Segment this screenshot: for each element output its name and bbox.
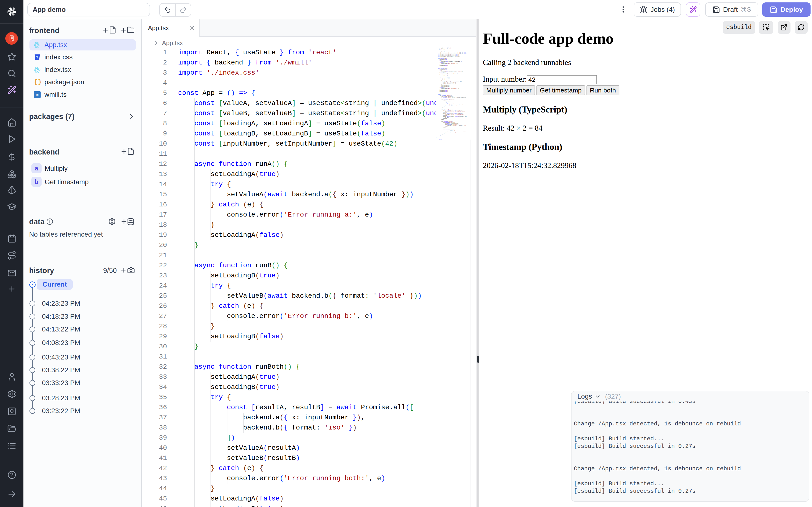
svg-text:3: 3 <box>36 55 38 59</box>
svg-text:TS: TS <box>35 93 39 97</box>
